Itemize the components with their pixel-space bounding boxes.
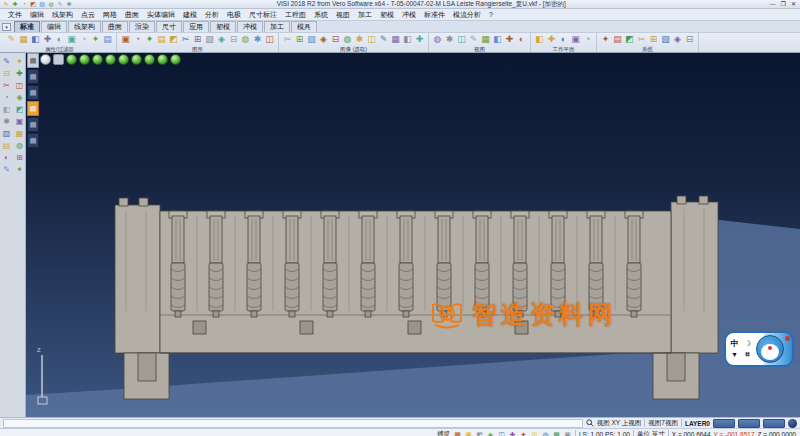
ribbon-icon[interactable]: ◍ [432, 34, 443, 45]
snap-icon[interactable]: ▣ [563, 430, 572, 436]
ribbon-icon[interactable]: ◧ [30, 34, 41, 45]
palette-icon[interactable]: ✚ [14, 68, 25, 79]
menu-item-19[interactable]: ? [485, 9, 497, 20]
close-icon[interactable]: ✕ [791, 0, 796, 8]
ribbon-icon[interactable]: ◧ [492, 34, 503, 45]
ribbon-icon[interactable]: ⊞ [648, 34, 659, 45]
ime-language-bar[interactable]: 中 ☽ ▾ ⌗ [724, 331, 794, 367]
tab-9[interactable]: 加工 [264, 21, 290, 32]
ribbon-icon[interactable]: ◍ [240, 34, 251, 45]
ribbon-icon[interactable]: ✎ [468, 34, 479, 45]
menu-item-8[interactable]: 分析 [201, 9, 223, 20]
menu-item-14[interactable]: 加工 [354, 9, 376, 20]
ribbon-icon[interactable]: ✚ [414, 34, 425, 45]
tab-10[interactable]: 模具 [291, 21, 317, 32]
ribbon-icon[interactable]: ▣ [120, 34, 131, 45]
ribbon-icon[interactable]: ◩ [624, 34, 635, 45]
ribbon-icon[interactable]: ▦ [480, 34, 491, 45]
menu-item-13[interactable]: 视图 [332, 9, 354, 20]
tab-7[interactable]: 塑模 [210, 21, 236, 32]
palette-icon[interactable]: ◍ [14, 140, 25, 151]
minimize-icon[interactable]: — [770, 0, 776, 8]
palette-icon[interactable]: ◈ [14, 92, 25, 103]
ribbon-icon[interactable]: ◐ [516, 34, 527, 45]
layer-color-button-2[interactable] [738, 419, 760, 428]
menu-item-10[interactable]: 尺寸标注 [245, 9, 281, 20]
ribbon-icon[interactable]: ✦ [144, 34, 155, 45]
ribbon-icon[interactable]: ▧ [660, 34, 671, 45]
active-view-label[interactable]: 视图 XY 上视图 [597, 419, 642, 428]
palette-icon[interactable]: ▤ [1, 140, 12, 151]
dock-collapse-button[interactable]: ▤ [27, 53, 39, 68]
ribbon-icon[interactable]: ▤ [156, 34, 167, 45]
ribbon-icon[interactable]: ◔ [132, 34, 143, 45]
ribbon-icon[interactable]: ◫ [264, 34, 275, 45]
snap-icon[interactable]: ✚ [508, 430, 517, 436]
menu-item-0[interactable]: 文件 [4, 9, 26, 20]
ribbon-icon[interactable]: ◫ [456, 34, 467, 45]
snap-icon[interactable]: ⊞ [530, 430, 539, 436]
ribbon-icon[interactable]: ▤ [102, 34, 113, 45]
ribbon-icon[interactable]: ⊞ [192, 34, 203, 45]
menu-item-11[interactable]: 工程图 [281, 9, 310, 20]
properties-panel-button[interactable]: ▤ [27, 133, 39, 148]
command-prompt-field[interactable] [3, 419, 583, 428]
ribbon-icon[interactable]: ✱ [354, 34, 365, 45]
ribbon-icon[interactable]: ◫ [366, 34, 377, 45]
snap-icon[interactable]: ▦ [453, 430, 462, 436]
snap-icon[interactable]: ▣ [464, 430, 473, 436]
layer-color-button-3[interactable] [763, 419, 785, 428]
ribbon-icon[interactable]: ▦ [390, 34, 401, 45]
ribbon-icon[interactable]: ◈ [672, 34, 683, 45]
ribbon-icon[interactable]: ◔ [582, 34, 593, 45]
ribbon-icon[interactable]: ◔ [78, 34, 89, 45]
palette-icon[interactable]: ◔ [1, 92, 12, 103]
ribbon-icon[interactable]: ▤ [612, 34, 623, 45]
ribbon-icon[interactable]: ▣ [570, 34, 581, 45]
menu-item-1[interactable]: 编辑 [26, 9, 48, 20]
palette-icon[interactable]: ▧ [1, 128, 12, 139]
quick-access-icon[interactable]: ✎ [56, 0, 64, 8]
menu-item-6[interactable]: 实体编辑 [143, 9, 179, 20]
ime-chinese-toggle[interactable]: 中 [728, 338, 741, 349]
palette-icon[interactable]: ⊞ [14, 152, 25, 163]
ribbon-icon[interactable]: ✱ [252, 34, 263, 45]
tab-5[interactable]: 尺寸 [156, 21, 182, 32]
toolbar-collapse-button[interactable]: ▾ [2, 23, 11, 31]
tab-1[interactable]: 编辑 [41, 21, 67, 32]
snap-icon[interactable]: ◍ [541, 430, 550, 436]
palette-icon[interactable]: ✎ [1, 164, 12, 175]
quick-access-icon[interactable]: ◍ [47, 0, 55, 8]
isometric-view-icon[interactable] [40, 54, 51, 65]
feature-tree-button[interactable]: ▤ [27, 85, 39, 100]
tab-3[interactable]: 曲面 [102, 21, 128, 32]
menu-item-5[interactable]: 曲面 [121, 9, 143, 20]
menu-item-4[interactable]: 网格 [99, 9, 121, 20]
tab-8[interactable]: 冲模 [237, 21, 263, 32]
menu-item-16[interactable]: 冲模 [398, 9, 420, 20]
maximize-icon[interactable]: ❐ [781, 0, 786, 8]
ribbon-icon[interactable]: ⊟ [330, 34, 341, 45]
layer-color-button-1[interactable] [713, 419, 735, 428]
ribbon-icon[interactable]: ◩ [168, 34, 179, 45]
tab-2[interactable]: 线架构 [68, 21, 101, 32]
ribbon-icon[interactable]: ◐ [54, 34, 65, 45]
menu-item-18[interactable]: 模流分析 [449, 9, 485, 20]
ribbon-icon[interactable]: ◍ [342, 34, 353, 45]
ribbon-icon[interactable]: ▦ [18, 34, 29, 45]
ribbon-icon[interactable]: ⊟ [228, 34, 239, 45]
ribbon-icon[interactable]: ▣ [66, 34, 77, 45]
viewport-3d[interactable]: Z ▤▤▤▤▤▤ 智造资料网 中 ☽ ▾ ⌗ [26, 53, 800, 417]
layers-panel-button[interactable]: ▤ [27, 117, 39, 132]
view-front-icon[interactable] [92, 54, 103, 65]
layer-selector[interactable]: LAYER0 [685, 420, 710, 427]
snap-icon[interactable]: ◫ [497, 430, 506, 436]
ribbon-icon[interactable]: ✂ [636, 34, 647, 45]
quick-access-icon[interactable]: ✚ [65, 0, 73, 8]
search-icon[interactable] [586, 419, 594, 427]
ribbon-icon[interactable]: ◧ [402, 34, 413, 45]
quick-access-icon[interactable]: ◔ [20, 0, 28, 8]
ribbon-icon[interactable]: ✦ [90, 34, 101, 45]
view-top-icon[interactable] [66, 54, 77, 65]
viewport-layout-icon[interactable] [53, 54, 64, 65]
